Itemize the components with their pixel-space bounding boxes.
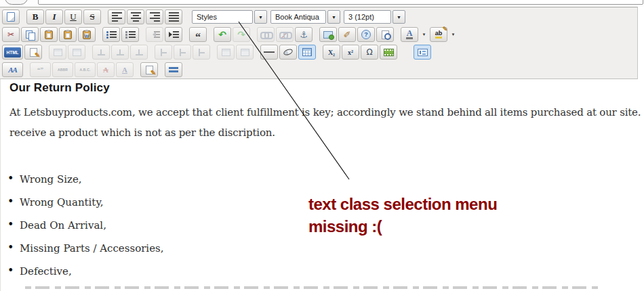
styles-dropdown-arrow-button[interactable]: ▼ xyxy=(254,10,267,24)
visual-characters-button[interactable] xyxy=(165,62,182,77)
cleanup-code-button[interactable]: ✐ xyxy=(338,27,356,42)
toolbar-group: “”ABBRA.B.C.AA xyxy=(29,62,134,77)
font-size-dropdown-value[interactable]: 3 (12pt) xyxy=(344,10,391,24)
highlight-color-menu-button[interactable]: ▼ xyxy=(449,27,458,42)
align-justify-button[interactable] xyxy=(165,9,182,24)
paste-from-word-icon: W xyxy=(83,30,91,39)
new-document-button[interactable] xyxy=(2,9,20,24)
insert-table-icon xyxy=(302,48,312,56)
copy-icon xyxy=(26,30,35,39)
toolbar-group: A▼ab✎▼ xyxy=(400,27,458,42)
align-left-button[interactable] xyxy=(108,9,125,24)
font-family-dropdown-value[interactable]: Book Antiqua xyxy=(270,10,326,24)
paste-as-plain-text-button[interactable] xyxy=(59,27,77,42)
special-character-button[interactable]: Ω xyxy=(361,45,378,60)
font-color-icon: A xyxy=(406,30,414,39)
editor-content[interactable]: Our Return Policy At Letsbuyproducts.com… xyxy=(0,79,644,291)
deleted-text-icon: A xyxy=(103,66,108,74)
redo-button: ↷ xyxy=(233,27,250,42)
strikethrough-button[interactable]: S xyxy=(83,9,101,24)
edit-attributes-icon: ✎ xyxy=(146,66,153,74)
copy-button[interactable] xyxy=(21,27,39,42)
italic-icon: I xyxy=(52,12,56,22)
browser-chrome-remnant xyxy=(0,0,644,7)
toolbar-group: ✂W xyxy=(1,27,96,42)
font-size-dropdown-arrow-button[interactable]: ▼ xyxy=(393,10,405,24)
chevron-down-icon: ▼ xyxy=(258,15,263,20)
insert-row-before-button xyxy=(92,45,110,60)
bullet-item: Defective, xyxy=(1,265,163,288)
underline-button[interactable]: U xyxy=(64,9,82,24)
remove-formatting-button[interactable] xyxy=(279,45,297,60)
show-blocks-icon xyxy=(418,49,428,56)
font-color-menu-button[interactable]: ▼ xyxy=(420,27,428,42)
font-family-dropdown-arrow-button[interactable]: ▼ xyxy=(327,10,340,24)
merge-cells-icon xyxy=(241,49,249,56)
insert-media-button[interactable] xyxy=(380,45,397,60)
style-properties-icon: AA xyxy=(8,66,17,74)
show-blocks-button[interactable] xyxy=(414,45,431,60)
bullet-item: Wrong Quantity, xyxy=(1,196,163,219)
insert-column-after-button xyxy=(174,45,191,60)
undo-button[interactable]: ↶ xyxy=(214,27,231,42)
abbreviation-button: ABBR xyxy=(52,62,73,77)
html-source-icon: HTML xyxy=(4,47,20,58)
table-cell-properties-icon xyxy=(73,49,81,56)
numbered-list-button[interactable] xyxy=(121,27,139,42)
insert-column-before-icon xyxy=(160,48,167,57)
style-properties-button[interactable]: AA xyxy=(2,62,23,77)
font-family-dropdown[interactable]: Book Antiqua ▼ xyxy=(270,10,340,24)
indent-button[interactable] xyxy=(165,27,182,42)
insert-column-before-button xyxy=(155,45,172,60)
toolbar-group xyxy=(145,27,183,42)
table-cell-properties-button xyxy=(68,45,85,60)
unlink-button xyxy=(276,27,294,42)
align-center-button[interactable] xyxy=(127,9,144,24)
table-row-properties-icon xyxy=(54,49,62,56)
preview-button[interactable] xyxy=(376,27,394,42)
insert-image-button[interactable] xyxy=(319,27,337,42)
outdent-button xyxy=(146,27,163,42)
font-size-dropdown[interactable]: 3 (12pt) ▼ xyxy=(344,10,405,24)
paste-button[interactable] xyxy=(40,27,58,42)
cut-button[interactable]: ✂ xyxy=(2,27,20,42)
anchor-button[interactable]: ⚓ xyxy=(295,27,313,42)
html-source-button[interactable]: HTML xyxy=(2,45,23,60)
bullet-item: Missing Parts / Accessories, xyxy=(1,242,163,265)
citation-button: “” xyxy=(30,62,51,77)
toolbar-group: BIUS xyxy=(26,9,102,24)
annotation-text: text class selection menu missing :( xyxy=(308,193,497,238)
styles-dropdown[interactable]: Styles ▼ xyxy=(192,10,267,24)
clipped-text-line xyxy=(25,286,598,289)
edit-attributes-button[interactable]: ✎ xyxy=(140,62,158,77)
bullet-list-button[interactable] xyxy=(102,27,120,42)
styles-dropdown-value[interactable]: Styles xyxy=(192,10,253,24)
blockquote-button[interactable]: “ xyxy=(189,27,207,42)
bold-button[interactable]: B xyxy=(26,9,44,24)
insert-column-after-icon xyxy=(179,48,186,57)
delete-row-button xyxy=(130,45,148,60)
address-bar-remnant xyxy=(38,0,643,5)
superscript-button[interactable]: x² xyxy=(342,45,359,60)
bullet-list-icon xyxy=(106,31,117,38)
paste-from-word-button[interactable]: W xyxy=(78,27,96,42)
abbreviation-icon: ABBR xyxy=(58,68,68,72)
font-color-button[interactable]: A xyxy=(401,27,418,42)
highlight-color-icon: ab✎ xyxy=(435,30,443,39)
italic-button[interactable]: I xyxy=(45,9,63,24)
redo-icon: ↷ xyxy=(237,29,245,40)
help-button[interactable]: ? xyxy=(357,27,375,42)
page-properties-icon: ✎ xyxy=(30,48,37,57)
insert-table-button[interactable] xyxy=(298,45,316,60)
align-right-button[interactable] xyxy=(146,9,163,24)
delete-column-button xyxy=(193,45,210,60)
outdent-icon xyxy=(150,31,160,38)
highlight-color-button[interactable]: ab✎ xyxy=(430,27,447,42)
page-properties-button[interactable]: ✎ xyxy=(24,45,42,60)
visual-characters-icon xyxy=(169,67,178,72)
font-color-menu-icon: ▼ xyxy=(422,32,426,37)
subscript-button[interactable]: X₂ xyxy=(323,45,340,60)
horizontal-rule-button[interactable] xyxy=(260,45,278,60)
toolbar-group: HTML✎ xyxy=(1,45,43,60)
toolbar-group: “ xyxy=(188,27,207,42)
